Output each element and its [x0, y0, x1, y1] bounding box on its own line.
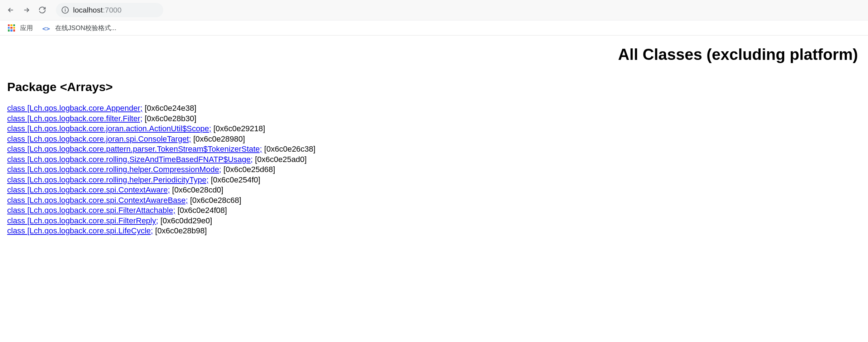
class-row: class [Lch.qos.logback.core.Appender; [0… [7, 103, 861, 113]
class-link[interactable]: class [Lch.qos.logback.core.rolling.help… [7, 165, 221, 174]
class-link[interactable]: class [Lch.qos.logback.core.spi.FilterRe… [7, 216, 158, 225]
class-hash: [0x6c0e28c68] [188, 196, 241, 205]
class-row: class [Lch.qos.logback.core.spi.ContextA… [7, 185, 861, 195]
bookmark-json-validator[interactable]: <> 在线JSON校验格式... [40, 22, 119, 34]
class-row: class [Lch.qos.logback.core.joran.action… [7, 124, 861, 134]
forward-button[interactable] [20, 4, 33, 16]
class-hash: [0x6c0e28b30] [143, 114, 196, 123]
class-row: class [Lch.qos.logback.core.filter.Filte… [7, 114, 861, 124]
class-row: class [Lch.qos.logback.core.spi.FilterRe… [7, 216, 861, 226]
class-link[interactable]: class [Lch.qos.logback.core.spi.ContextA… [7, 196, 188, 205]
class-list: class [Lch.qos.logback.core.Appender; [0… [7, 103, 861, 236]
class-link[interactable]: class [Lch.qos.logback.core.spi.ContextA… [7, 185, 170, 194]
arrow-right-icon [23, 6, 30, 14]
class-link[interactable]: class [Lch.qos.logback.core.Appender; [7, 104, 143, 113]
class-row: class [Lch.qos.logback.core.spi.FilterAt… [7, 205, 861, 215]
class-hash: [0x6c0e28cd0] [170, 185, 223, 194]
class-row: class [Lch.qos.logback.core.rolling.help… [7, 175, 861, 185]
reload-icon [38, 6, 46, 14]
class-link[interactable]: class [Lch.qos.logback.core.rolling.Size… [7, 155, 253, 164]
class-link[interactable]: class [Lch.qos.logback.core.spi.FilterAt… [7, 206, 175, 215]
class-link[interactable]: class [Lch.qos.logback.core.joran.spi.Co… [7, 134, 191, 143]
class-hash: [0x6c0e28b98] [153, 226, 207, 235]
class-hash: [0x6c0e25ad0] [253, 155, 307, 164]
apps-menu[interactable]: 应用 [6, 22, 35, 34]
class-row: class [Lch.qos.logback.core.rolling.help… [7, 165, 861, 175]
bookmarks-bar: 应用 <> 在线JSON校验格式... [0, 20, 868, 35]
code-icon: <> [42, 25, 50, 31]
class-link[interactable]: class [Lch.qos.logback.core.spi.LifeCycl… [7, 226, 153, 235]
section-header: Package <Arrays> [7, 67, 861, 103]
class-row: class [Lch.qos.logback.core.spi.LifeCycl… [7, 226, 861, 236]
page-title: All Classes (excluding platform) [7, 35, 861, 67]
class-hash: [0x6c0e28980] [191, 134, 245, 143]
browser-chrome: i localhost:7000 应用 <> 在线JSON校验格式... [0, 0, 868, 35]
class-hash: [0x6c0e26c38] [262, 144, 315, 153]
class-row: class [Lch.qos.logback.core.pattern.pars… [7, 144, 861, 154]
page-content: All Classes (excluding platform) Package… [0, 35, 868, 243]
address-bar[interactable]: i localhost:7000 [56, 3, 163, 17]
apps-label: 应用 [20, 24, 33, 32]
reload-button[interactable] [36, 4, 49, 16]
class-row: class [Lch.qos.logback.core.joran.spi.Co… [7, 134, 861, 144]
navigation-bar: i localhost:7000 [0, 0, 868, 20]
url-text: localhost:7000 [73, 6, 121, 14]
class-link[interactable]: class [Lch.qos.logback.core.joran.action… [7, 124, 211, 133]
back-button[interactable] [4, 4, 17, 16]
class-hash: [0x6c0e24f08] [175, 206, 227, 215]
class-link[interactable]: class [Lch.qos.logback.core.rolling.help… [7, 175, 209, 184]
arrow-left-icon [7, 6, 15, 14]
class-row: class [Lch.qos.logback.core.rolling.Size… [7, 155, 861, 165]
class-hash: [0x6c0e24e38] [143, 104, 196, 113]
url-port: :7000 [103, 6, 122, 14]
class-hash: [0x6c0e254f0] [209, 175, 260, 184]
class-hash: [0x6c0e29218] [211, 124, 265, 133]
class-hash: [0x6c0e25d68] [221, 165, 275, 174]
class-row: class [Lch.qos.logback.core.spi.ContextA… [7, 195, 861, 205]
url-host: localhost [73, 6, 103, 14]
apps-grid-icon [8, 24, 15, 32]
site-info-icon[interactable]: i [62, 6, 69, 14]
class-link[interactable]: class [Lch.qos.logback.core.pattern.pars… [7, 144, 262, 153]
class-hash: [0x6c0dd29e0] [158, 216, 212, 225]
bookmark-label: 在线JSON校验格式... [55, 24, 116, 32]
class-link[interactable]: class [Lch.qos.logback.core.filter.Filte… [7, 114, 143, 123]
